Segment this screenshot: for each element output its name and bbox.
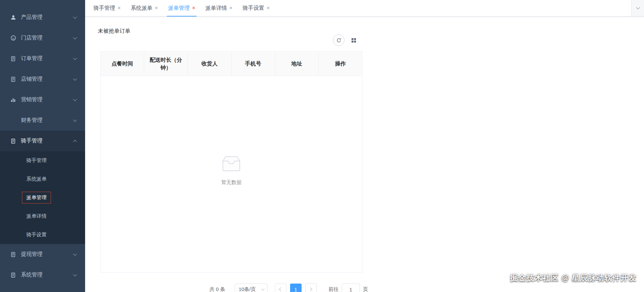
pagination: 共 0 条 10条/页 1 前往 页	[209, 284, 368, 292]
column-header-receiver: 收货人	[187, 52, 231, 76]
sidebar-item-label: 骑手管理	[21, 137, 74, 144]
sidebar-item-rider-mgmt[interactable]: 骑手管理	[0, 131, 85, 151]
column-settings-button[interactable]	[348, 34, 359, 46]
tab-overflow-dropdown[interactable]	[631, 0, 644, 16]
tab-label: 骑手设置	[242, 5, 264, 12]
tab-dispatch-detail[interactable]: 派单详情 ×	[204, 0, 234, 16]
chevron-down-icon	[73, 15, 77, 19]
chevron-down-icon	[636, 5, 640, 9]
tab-label: 系统派单	[131, 5, 152, 12]
sidebar-item-product-mgmt[interactable]: 产品管理	[0, 7, 85, 28]
sidebar: 产品管理 门店管理 订单管理 店铺管理	[0, 0, 85, 292]
sidebar-subitem-rider-settings[interactable]: 骑手设置	[0, 225, 85, 244]
grid-icon	[351, 38, 356, 43]
sidebar-item-label: 产品管理	[21, 14, 74, 21]
chevron-left-icon	[279, 287, 283, 291]
sidebar-subitem-dispatch-detail[interactable]: 派单详情	[0, 207, 85, 225]
pagination-total: 共 0 条	[209, 286, 225, 292]
empty-text: 暂无数据	[220, 179, 242, 186]
column-header-phone: 手机号	[231, 52, 275, 76]
chevron-down-icon	[73, 77, 77, 80]
document-icon	[10, 55, 17, 62]
refresh-button[interactable]	[333, 34, 344, 46]
sidebar-subitem-system-dispatch[interactable]: 系统派单	[0, 170, 85, 188]
sidebar-subitem-label: 派单详情	[26, 213, 47, 219]
sidebar-item-label: 门店管理	[21, 34, 74, 42]
main-area: 骑手管理 × 系统派单 × 派单管理 × 派单详情 × 骑手设置 ×	[85, 0, 644, 292]
chevron-down-icon	[73, 272, 77, 276]
user-icon	[10, 14, 17, 21]
close-icon[interactable]: ×	[229, 5, 232, 11]
document-icon	[10, 272, 17, 278]
chevron-right-icon	[309, 287, 312, 291]
tab-label: 派单管理	[168, 5, 190, 12]
column-header-address: 地址	[275, 52, 318, 76]
active-highlight-box: 派单管理	[22, 192, 51, 204]
chevron-down-icon	[261, 287, 264, 290]
goto-page-input[interactable]	[342, 284, 360, 292]
chevron-down-icon	[73, 35, 77, 39]
chevron-up-icon	[73, 140, 77, 143]
sidebar-item-finance-mgmt[interactable]: 财务管理	[0, 110, 85, 131]
sidebar-subitem-dispatch-mgmt[interactable]: 派单管理	[0, 188, 85, 207]
column-header-actions: 操作	[318, 52, 362, 76]
table-header-row: 点餐时间 配送时长（分钟） 收货人 手机号 地址 操作	[100, 51, 362, 76]
page-size-select[interactable]: 10条/页	[235, 284, 267, 292]
content-panel: 未被抢单订单 点餐时间 配送时长（分钟）	[85, 17, 644, 292]
sidebar-item-label: 系统管理	[21, 271, 74, 278]
close-icon[interactable]: ×	[266, 5, 269, 11]
sidebar-item-system-mgmt[interactable]: 系统管理	[0, 265, 85, 285]
tab-label: 骑手管理	[94, 5, 115, 12]
close-icon[interactable]: ×	[192, 5, 195, 11]
sidebar-item-label: 订单管理	[21, 55, 74, 62]
document-icon	[10, 76, 17, 83]
sidebar-item-label: 营销管理	[21, 96, 74, 103]
page-unit-label: 页	[363, 286, 368, 292]
page-size-value: 10条/页	[239, 286, 256, 292]
sidebar-item-order-mgmt[interactable]: 订单管理	[0, 48, 85, 69]
sidebar-item-shop-mgmt[interactable]: 店铺管理	[0, 69, 85, 89]
page-title: 未被抢单订单	[98, 28, 130, 35]
chevron-down-icon	[73, 97, 77, 101]
sidebar-subitem-label: 系统派单	[26, 176, 47, 182]
table-body: 暂无数据	[100, 76, 362, 273]
sidebar-subitem-label: 骑手管理	[26, 157, 47, 164]
next-page-button[interactable]	[305, 284, 317, 292]
tab-rider-mgmt[interactable]: 骑手管理 ×	[92, 0, 122, 16]
app-window: 产品管理 门店管理 订单管理 店铺管理	[0, 0, 644, 292]
current-page-button[interactable]: 1	[290, 284, 302, 292]
column-header-delivery-duration: 配送时长（分钟）	[144, 52, 187, 76]
empty-inbox-icon	[220, 155, 242, 172]
orders-table: 点餐时间 配送时长（分钟） 收货人 手机号 地址 操作 暂无数据	[100, 51, 362, 273]
close-icon[interactable]: ×	[118, 5, 121, 11]
sidebar-subitem-rider-mgmt[interactable]: 骑手管理	[0, 151, 85, 170]
empty-state: 暂无数据	[220, 155, 242, 186]
chevron-down-icon	[73, 118, 77, 122]
sidebar-submenu-rider: 骑手管理 系统派单 派单管理 派单详情 骑手设置	[0, 151, 85, 244]
sidebar-subitem-label: 骑手设置	[26, 232, 47, 238]
chart-icon	[10, 97, 17, 103]
refresh-icon	[336, 38, 341, 43]
sidebar-item-marketing-mgmt[interactable]: 营销管理	[0, 89, 85, 110]
document-icon	[10, 138, 17, 144]
tab-system-dispatch[interactable]: 系统派单 ×	[129, 0, 159, 16]
chevron-down-icon	[73, 252, 77, 256]
sidebar-item-withdraw-mgmt[interactable]: 提现管理	[0, 244, 85, 265]
tab-rider-settings[interactable]: 骑手设置 ×	[241, 0, 271, 16]
goto-label: 前往	[329, 286, 339, 292]
close-icon[interactable]: ×	[155, 5, 158, 11]
prev-page-button[interactable]	[275, 284, 286, 292]
document-icon	[10, 251, 17, 258]
sidebar-item-store-mgmt[interactable]: 门店管理	[0, 28, 85, 48]
tabbar: 骑手管理 × 系统派单 × 派单管理 × 派单详情 × 骑手设置 ×	[85, 0, 644, 17]
sidebar-item-label: 提现管理	[21, 251, 74, 258]
sidebar-item-label: 店铺管理	[21, 76, 74, 83]
blank-icon	[10, 117, 17, 124]
chevron-down-icon	[73, 56, 77, 60]
column-header-order-time: 点餐时间	[101, 52, 144, 76]
table-toolbar	[333, 34, 359, 46]
tab-dispatch-mgmt[interactable]: 派单管理 ×	[167, 0, 197, 16]
sidebar-item-label: 财务管理	[21, 117, 74, 124]
tab-label: 派单详情	[205, 5, 227, 12]
shop-icon	[10, 35, 17, 42]
